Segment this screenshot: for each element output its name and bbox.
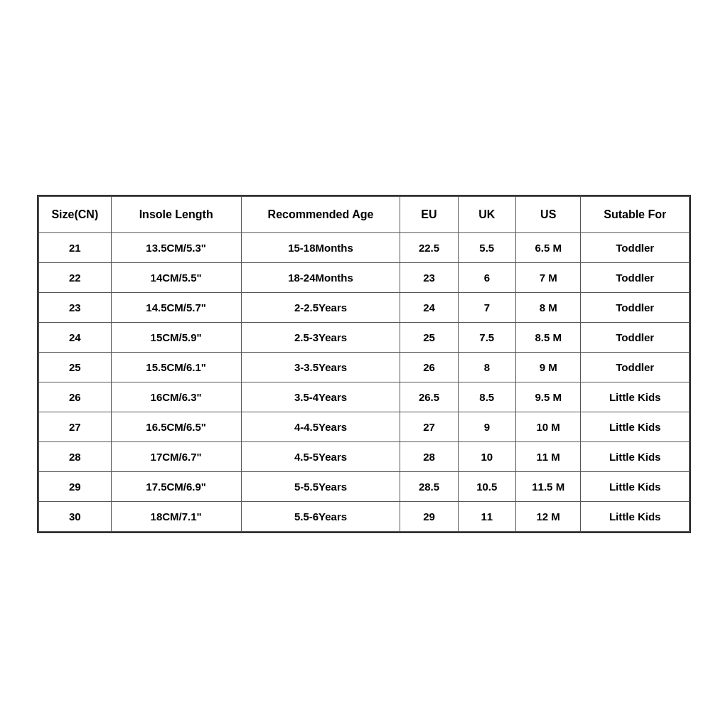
table-row: 2113.5CM/5.3"15-18Months22.55.56.5 MTodd… [39,233,690,263]
cell-us: 9.5 M [515,382,580,412]
table-header-row: Size(CN) Insole Length Recommended Age E… [39,197,690,233]
header-insole-length: Insole Length [111,197,241,233]
cell-uk: 10 [458,442,515,472]
cell-age: 15-18Months [241,233,400,263]
cell-us: 9 M [515,353,580,382]
cell-sutable: Toddler [581,323,690,353]
cell-age: 2.5-3Years [241,323,400,353]
header-recommended-age: Recommended Age [241,197,400,233]
cell-sutable: Toddler [581,233,690,263]
header-sutable-for: Sutable For [581,197,690,233]
cell-uk: 7 [458,293,515,323]
cell-sutable: Toddler [581,293,690,323]
table-row: 3018CM/7.1"5.5-6Years291112 MLittle Kids [39,502,690,532]
cell-size: 29 [39,472,112,502]
cell-us: 7 M [515,263,580,293]
cell-age: 18-24Months [241,263,400,293]
cell-size: 27 [39,412,112,442]
cell-insole: 17CM/6.7" [111,442,241,472]
cell-insole: 15CM/5.9" [111,323,241,353]
cell-us: 10 M [515,412,580,442]
cell-sutable: Toddler [581,263,690,293]
cell-us: 11.5 M [515,472,580,502]
table-row: 2917.5CM/6.9"5-5.5Years28.510.511.5 MLit… [39,472,690,502]
header-size-cn: Size(CN) [39,197,112,233]
table-row: 2314.5CM/5.7"2-2.5Years2478 MToddler [39,293,690,323]
cell-uk: 8 [458,353,515,382]
cell-eu: 26 [400,353,458,382]
cell-us: 12 M [515,502,580,532]
size-chart-container: Size(CN) Insole Length Recommended Age E… [37,195,691,533]
cell-insole: 18CM/7.1" [111,502,241,532]
cell-insole: 17.5CM/6.9" [111,472,241,502]
cell-size: 21 [39,233,112,263]
cell-size: 23 [39,293,112,323]
cell-uk: 10.5 [458,472,515,502]
cell-us: 11 M [515,442,580,472]
cell-sutable: Little Kids [581,412,690,442]
cell-size: 24 [39,323,112,353]
cell-age: 5-5.5Years [241,472,400,502]
cell-age: 2-2.5Years [241,293,400,323]
cell-sutable: Little Kids [581,442,690,472]
cell-uk: 8.5 [458,382,515,412]
header-eu: EU [400,197,458,233]
cell-age: 4.5-5Years [241,442,400,472]
cell-insole: 16.5CM/6.5" [111,412,241,442]
table-row: 2616CM/6.3"3.5-4Years26.58.59.5 MLittle … [39,382,690,412]
cell-insole: 14CM/5.5" [111,263,241,293]
cell-insole: 16CM/6.3" [111,382,241,412]
table-row: 2716.5CM/6.5"4-4.5Years27910 MLittle Kid… [39,412,690,442]
header-us: US [515,197,580,233]
cell-size: 25 [39,353,112,382]
cell-us: 8 M [515,293,580,323]
cell-insole: 13.5CM/5.3" [111,233,241,263]
table-row: 2515.5CM/6.1"3-3.5Years2689 MToddler [39,353,690,382]
cell-eu: 22.5 [400,233,458,263]
cell-eu: 28.5 [400,472,458,502]
cell-insole: 15.5CM/6.1" [111,353,241,382]
cell-uk: 11 [458,502,515,532]
table-row: 2214CM/5.5"18-24Months2367 MToddler [39,263,690,293]
cell-uk: 6 [458,263,515,293]
cell-uk: 5.5 [458,233,515,263]
header-uk: UK [458,197,515,233]
cell-eu: 24 [400,293,458,323]
cell-eu: 29 [400,502,458,532]
cell-insole: 14.5CM/5.7" [111,293,241,323]
cell-sutable: Toddler [581,353,690,382]
cell-uk: 9 [458,412,515,442]
cell-eu: 26.5 [400,382,458,412]
cell-size: 22 [39,263,112,293]
cell-age: 5.5-6Years [241,502,400,532]
table-row: 2415CM/5.9"2.5-3Years257.58.5 MToddler [39,323,690,353]
cell-eu: 25 [400,323,458,353]
cell-age: 4-4.5Years [241,412,400,442]
size-chart-table: Size(CN) Insole Length Recommended Age E… [38,196,690,532]
cell-sutable: Little Kids [581,472,690,502]
cell-size: 30 [39,502,112,532]
cell-eu: 27 [400,412,458,442]
cell-eu: 23 [400,263,458,293]
cell-uk: 7.5 [458,323,515,353]
cell-age: 3.5-4Years [241,382,400,412]
cell-eu: 28 [400,442,458,472]
cell-sutable: Little Kids [581,502,690,532]
cell-size: 28 [39,442,112,472]
cell-age: 3-3.5Years [241,353,400,382]
cell-sutable: Little Kids [581,382,690,412]
table-row: 2817CM/6.7"4.5-5Years281011 MLittle Kids [39,442,690,472]
cell-us: 8.5 M [515,323,580,353]
cell-size: 26 [39,382,112,412]
cell-us: 6.5 M [515,233,580,263]
